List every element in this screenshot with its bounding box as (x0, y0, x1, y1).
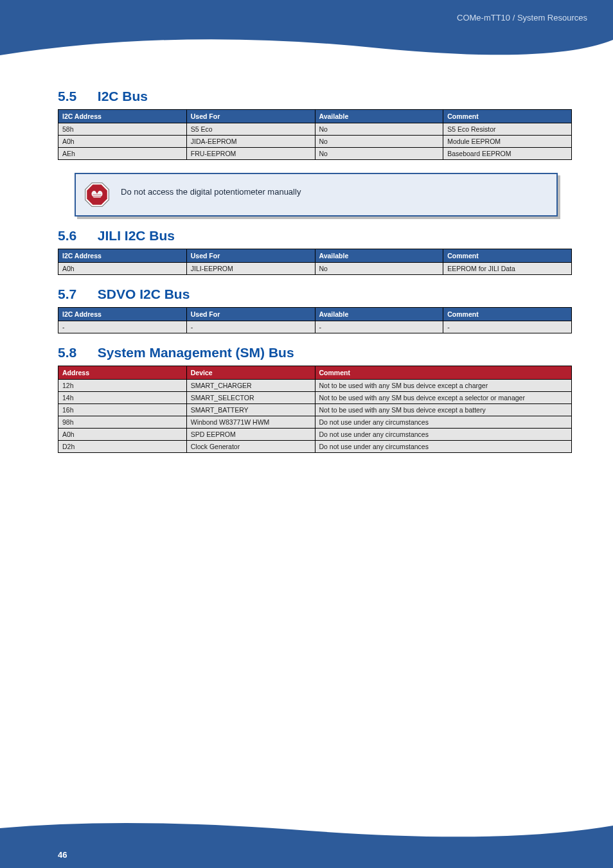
cell: Module EEPROM (443, 136, 572, 148)
header-band: COMe-mTT10 / System Resources (0, 0, 613, 36)
section-number: 5.5 (58, 89, 94, 104)
cell: SMART_BATTERY (186, 404, 315, 416)
col-header: I2C Address (58, 110, 187, 123)
cell: A0h (58, 429, 187, 441)
header-breadcrumb: COMe-mTT10 / System Resources (457, 13, 587, 22)
cell: SMART_CHARGER (186, 380, 315, 392)
section-number: 5.7 (58, 287, 94, 302)
col-header: I2C Address (58, 249, 187, 263)
section-heading-5-5: 5.5 I2C Bus (58, 89, 572, 104)
section-title: I2C Bus (98, 89, 148, 103)
cell: No (315, 148, 443, 160)
col-header: Device (186, 366, 315, 380)
cell: Winbond W83771W HWM (186, 416, 315, 429)
header-curve (0, 36, 613, 66)
page-number: 46 (58, 850, 67, 860)
section-number: 5.8 (58, 345, 94, 360)
col-header: Used For (186, 249, 315, 263)
jili-i2c-bus-table: I2C Address Used For Available Comment A… (58, 249, 572, 275)
cell: A0h (58, 136, 187, 148)
section-title: System Management (SM) Bus (98, 345, 294, 360)
table-row: 98h Winbond W83771W HWM Do not use under… (58, 416, 572, 429)
warning-text: Do not access the digital potentiometer … (121, 187, 547, 197)
cell: JIDA-EEPROM (186, 136, 315, 148)
table-row: 14h SMART_SELECTOR Not to be used with a… (58, 392, 572, 404)
stop-icon (84, 181, 111, 208)
col-header: Comment (443, 249, 572, 263)
cell: - (443, 321, 572, 333)
cell: EEPROM for JILI Data (443, 263, 572, 275)
note-inner: Do not access the digital potentiometer … (75, 173, 558, 217)
svg-rect-4 (93, 193, 101, 198)
cell: 14h (58, 392, 187, 404)
table-header-row: I2C Address Used For Available Comment (58, 249, 572, 263)
cell: SPD EEPROM (186, 429, 315, 441)
document-page: COMe-mTT10 / System Resources 5.5 I2C Bu… (0, 0, 613, 868)
table-row: AEh FRU-EEPROM No Baseboard EEPROM (58, 148, 572, 160)
sdvo-i2c-bus-table: I2C Address Used For Available Comment -… (58, 307, 572, 333)
cell: Do not use under any circumstances (315, 441, 572, 453)
col-header: Address (58, 366, 187, 380)
warning-note-box: Do not access the digital potentiometer … (75, 173, 558, 217)
cell: FRU-EEPROM (186, 148, 315, 160)
content-area: 5.5 I2C Bus I2C Address Used For Availab… (58, 77, 572, 461)
table-row: 12h SMART_CHARGER Not to be used with an… (58, 380, 572, 392)
col-header: Available (315, 110, 443, 123)
cell: Clock Generator (186, 441, 315, 453)
cell: - (58, 321, 187, 333)
cell: Do not use under any circumstances (315, 416, 572, 429)
cell: - (315, 321, 443, 333)
cell: 58h (58, 123, 187, 136)
cell: SMART_SELECTOR (186, 392, 315, 404)
col-header: I2C Address (58, 308, 187, 321)
cell: AEh (58, 148, 187, 160)
col-header: Comment (443, 308, 572, 321)
cell: 16h (58, 404, 187, 416)
cell: JILI-EEPROM (186, 263, 315, 275)
cell: 12h (58, 380, 187, 392)
section-number: 5.6 (58, 228, 94, 244)
footer-curve (0, 822, 613, 841)
cell: Baseboard EEPROM (443, 148, 572, 160)
col-header: Available (315, 249, 443, 263)
table-header-row: I2C Address Used For Available Comment (58, 308, 572, 321)
cell: Not to be used with any SM bus deivce ex… (315, 380, 572, 392)
cell: No (315, 123, 443, 136)
table-row: A0h JIDA-EEPROM No Module EEPROM (58, 136, 572, 148)
section-heading-5-7: 5.7 SDVO I2C Bus (58, 287, 572, 302)
cell: Not to be used with any SM bus deivce ex… (315, 392, 572, 404)
col-header: Available (315, 308, 443, 321)
section-heading-5-8: 5.8 System Management (SM) Bus (58, 345, 572, 360)
col-header: Used For (186, 110, 315, 123)
table-row: 58h S5 Eco No S5 Eco Resistor (58, 123, 572, 136)
table-header-row: Address Device Comment (58, 366, 572, 380)
section-title: JILI I2C Bus (98, 228, 175, 243)
cell: No (315, 263, 443, 275)
cell: 98h (58, 416, 187, 429)
col-header: Used For (186, 308, 315, 321)
table-row: A0h SPD EEPROM Do not use under any circ… (58, 429, 572, 441)
i2c-bus-table: I2C Address Used For Available Comment 5… (58, 109, 572, 160)
col-header: Comment (315, 366, 572, 380)
section-title: SDVO I2C Bus (98, 287, 190, 301)
cell: S5 Eco (186, 123, 315, 136)
cell: S5 Eco Resistor (443, 123, 572, 136)
table-row: D2h Clock Generator Do not use under any… (58, 441, 572, 453)
cell: D2h (58, 441, 187, 453)
section-heading-5-6: 5.6 JILI I2C Bus (58, 228, 572, 244)
cell: Do not use under any circumstances (315, 429, 572, 441)
sm-bus-table: Address Device Comment 12h SMART_CHARGER… (58, 366, 572, 453)
col-header: Comment (443, 110, 572, 123)
table-row: 16h SMART_BATTERY Not to be used with an… (58, 404, 572, 416)
table-header-row: I2C Address Used For Available Comment (58, 110, 572, 123)
cell: - (186, 321, 315, 333)
cell: No (315, 136, 443, 148)
footer-band: 46 (0, 841, 613, 868)
table-row: - - - - (58, 321, 572, 333)
cell: Not to be used with any SM bus deivce ex… (315, 404, 572, 416)
cell: A0h (58, 263, 187, 275)
table-row: A0h JILI-EEPROM No EEPROM for JILI Data (58, 263, 572, 275)
